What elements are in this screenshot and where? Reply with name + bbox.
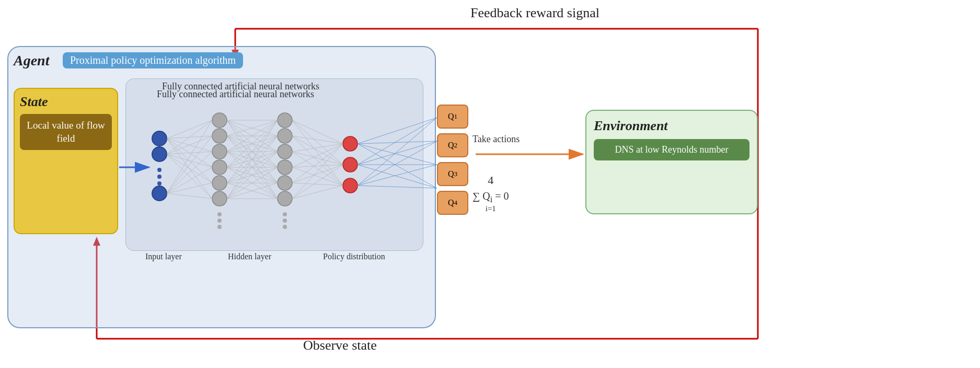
env-inner: DNS at low Reynolds number <box>594 139 750 160</box>
nn-title-text: Fully connected artificial neural networ… <box>157 89 314 100</box>
q-nodes-container: Q1 Q2 Q3 Q4 <box>437 105 468 215</box>
state-inner: Local value of flow field <box>20 114 112 150</box>
state-box: State Local value of flow field <box>14 88 118 234</box>
nn-box <box>125 78 423 251</box>
summation-formula: 4 ∑ Qi = 0 i=1 <box>472 172 509 214</box>
main-container: Feedback reward signal Observe state Age… <box>0 0 980 368</box>
q3-node: Q3 <box>437 162 468 186</box>
input-layer-label: Input layer <box>145 252 182 261</box>
state-title: State <box>20 94 112 110</box>
env-title: Environment <box>594 118 750 134</box>
q1-node: Q1 <box>437 105 468 129</box>
observe-label: Observe state <box>303 338 377 353</box>
ppo-badge: Proximal policy optimization algorithm <box>63 52 243 68</box>
feedback-label: Feedback reward signal <box>470 5 599 21</box>
env-inner-text: DNS at low Reynolds number <box>601 144 742 155</box>
take-actions-label: Take actions <box>472 134 520 145</box>
q4-node: Q4 <box>437 191 468 215</box>
policy-dist-label: Policy distribution <box>323 252 385 261</box>
q2-node: Q2 <box>437 133 468 157</box>
environment-box: Environment DNS at low Reynolds number <box>585 110 758 214</box>
state-inner-text: Local value of flow field <box>24 119 108 145</box>
agent-label: Agent <box>14 52 49 69</box>
hidden-layer-label: Hidden layer <box>228 252 271 261</box>
